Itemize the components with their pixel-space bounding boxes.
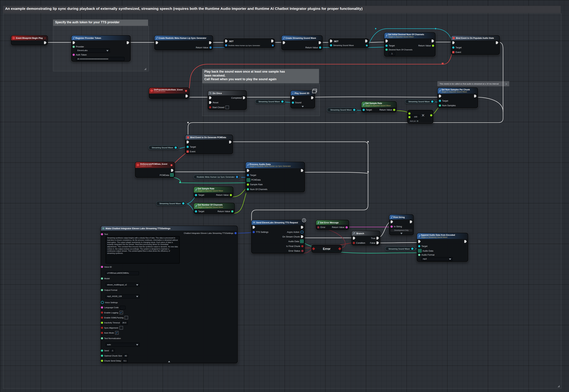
enable-logging-pin[interactable] [101,311,103,314]
on-stream-chunk-pin[interactable] [301,235,304,238]
target-pin[interactable] [195,210,197,212]
multiply-b-input[interactable]: 100 [411,115,420,119]
delegate-out-pin[interactable] [185,90,187,92]
auth-token-input[interactable]: sk-xxxxxxxxxxxxxxxxxxxxxxxxxxxxx [76,57,124,61]
language-code-input[interactable] [120,306,126,309]
num-channels-pin[interactable] [247,188,249,191]
async-action-pin[interactable] [301,230,304,233]
exec-out-pin[interactable] [185,95,188,98]
text-normalization-dropdown[interactable]: auto [106,343,140,347]
expand-chevron-icon[interactable] [302,106,304,107]
chunk-send-delay-pin[interactable] [101,360,103,362]
exec-in-pin[interactable] [187,140,189,143]
exec-out-pin[interactable] [464,240,467,243]
comment-main[interactable]: An example demonstrating lip sync during… [3,6,561,13]
struct-output-pin[interactable] [234,232,237,234]
add-pin-row[interactable]: Add pin ⊕ [410,120,419,122]
sync-alignment-checkbox[interactable] [119,326,123,330]
return-value-pin[interactable] [209,46,212,48]
node-process-audio-data[interactable]: f Process Audio Data Target is Realistic… [245,162,305,192]
node-make-tts-settings[interactable]: ⊞ Make Chatbot Integrator Eleven Labs St… [101,225,238,363]
reroute-in-pin[interactable] [312,247,315,250]
target-pin[interactable] [439,100,441,102]
exec-in-pin[interactable] [391,220,393,223]
model-pin[interactable] [101,277,103,280]
reset-pin[interactable] [209,101,212,104]
voice-settings-pin[interactable] [101,301,104,304]
enable-ssml-checkbox[interactable] [125,316,128,319]
in-string-pin[interactable] [391,225,393,228]
var-streaming-sound-wave[interactable]: Streaming Sound Wave [405,99,435,104]
is-final-chunk-pin[interactable] [301,245,304,247]
target-pin[interactable] [195,194,197,196]
blueprint-canvas[interactable]: An example demonstrating lip sync during… [0,0,569,392]
node-on-generate-pcmdata-event[interactable]: OnGeneratePCMData_Event Custom Event PCM… [135,162,175,178]
var-out-pin[interactable] [182,202,184,205]
exec-in-pin[interactable] [385,40,388,42]
target-pin[interactable] [363,109,365,111]
provider-dropdown[interactable]: ElevenLabs [76,49,110,53]
error-pin[interactable] [317,226,320,228]
event-delegate-pin[interactable] [187,150,189,153]
tts-settings-pin[interactable] [253,231,255,233]
return-value-pin[interactable] [319,46,321,48]
node-send-elevenlabs-tts-request[interactable]: ✉ Send ElevenLabs Streaming TTS Request … [251,220,305,253]
node-get-sample-rate-1[interactable]: f Get Sample Rate Target is Imported Sou… [361,101,397,113]
exec-in-pin[interactable] [452,41,455,44]
node-error-reroute[interactable]: Error [311,245,342,253]
node-bind-populate-audio-state[interactable]: Bind Event to On Populate Audio State Ta… [451,35,500,55]
var-streaming-sound-wave[interactable]: Streaming Sound Wave [327,108,357,112]
return-value-pin[interactable] [393,109,395,111]
inactivity-timeout-pin[interactable] [101,322,103,324]
model-dropdown[interactable]: eleven_multilingual_v2 [106,283,140,287]
exec-out-pin[interactable] [229,140,232,143]
voice-id-input[interactable]: uYXf8XasLslADfZ2MB4u [106,271,139,275]
exec-out-pin[interactable] [432,40,434,42]
output-format-dropdown[interactable]: mp3_44100_128 [106,294,140,298]
return-value-pin[interactable] [346,226,348,228]
exec-out-pin[interactable] [301,226,304,229]
node-register-provider-token[interactable]: f Register Provider Token Provider Eleve… [71,35,131,62]
multiply-out-pin[interactable] [430,114,432,116]
node-branch[interactable]: ↱ Branch True Condition False [351,231,380,245]
text-normalization-pin[interactable] [101,337,103,339]
node-create-lipsync-generator[interactable]: f Create Realistic Meta Human Lip Sync G… [154,35,213,50]
var-streaming-sound-wave[interactable]: Streaming Sound Wave [255,99,285,104]
target-pin[interactable] [247,174,249,176]
output-format-pin[interactable] [101,289,103,291]
optimal-chunk-size-input[interactable]: 40 [123,354,128,358]
node-set-lipsync-generator[interactable]: SET Realistic Meta Human Lip Sync Genera… [224,39,275,48]
var-streaming-sound-wave[interactable]: Streaming Sound Wave [148,145,178,150]
value-out-pin[interactable] [272,44,274,46]
exec-in-pin[interactable] [73,41,75,44]
target-pin[interactable] [452,46,454,48]
exec-in-pin[interactable] [353,237,355,239]
exec-out-pin[interactable] [209,41,212,44]
node-play-sound-2d[interactable]: ♪ Play Sound 2D Sound [290,90,315,109]
value-in-pin[interactable] [225,44,227,47]
optimal-chunk-size-pin[interactable] [101,355,103,357]
sound-pin[interactable] [292,101,294,104]
node-do-once[interactable]: ↻ Do Once Completed Reset Start Closed [208,90,247,110]
provider-pin[interactable] [73,46,75,48]
reroute-out-pin[interactable] [338,247,341,250]
var-out-pin[interactable] [431,100,434,103]
return-value-pin[interactable] [432,44,434,47]
num-samples-pin[interactable] [439,104,441,107]
audio-data-pin[interactable] [300,240,304,243]
comment-playback[interactable]: Play back the sound wave once at least o… [202,69,319,83]
node-create-streaming-sound-wave[interactable]: f Create Streaming Sound Wave Return Val… [281,35,323,50]
pcmdata-pin[interactable] [170,173,174,177]
sync-alignment-pin[interactable] [101,327,103,329]
condition-pin[interactable] [353,242,355,244]
exec-out-pin[interactable] [271,40,274,42]
false-pin[interactable] [376,241,379,244]
var-out-pin[interactable] [236,176,238,178]
comment-interval[interactable]: This needs to be called so that audio is… [438,81,509,86]
target-pin[interactable] [418,245,420,247]
exec-in-pin[interactable] [330,40,333,42]
exec-out-pin[interactable] [311,96,314,99]
exec-in-pin[interactable] [283,41,285,44]
node-bind-generate-pcmdata[interactable]: Bind Event to On Generate PCMData Target… [185,135,233,154]
language-code-pin[interactable] [101,307,103,309]
